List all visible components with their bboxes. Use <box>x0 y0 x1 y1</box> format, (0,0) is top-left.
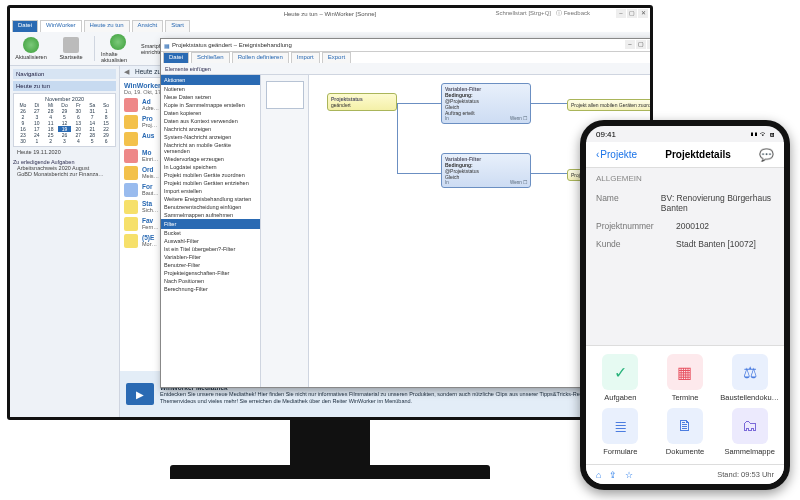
action-item[interactable]: System-Nachricht anzeigen <box>161 133 260 141</box>
nav-todo-header[interactable]: Heute zu tun <box>13 81 116 91</box>
tile-baustelle[interactable]: ⚖Baustellendoku… <box>719 354 780 402</box>
dialog-title: Projektstatus geändert – Ereignisbehandl… <box>172 42 292 48</box>
star-icon[interactable]: ☆ <box>625 470 633 480</box>
filter-item[interactable]: Benutzer-Filter <box>161 261 260 269</box>
action-item[interactable]: Import erstellen <box>161 187 260 195</box>
action-item[interactable]: Wiedervorlage erzeugen <box>161 155 260 163</box>
desktop-monitor: Heute zu tun – WinWorker [Sonne] Schnell… <box>0 0 660 480</box>
refresh-icon <box>110 34 126 50</box>
action-item[interactable]: Daten aus Kontext verwenden <box>161 117 260 125</box>
phone-bottom-bar: ⌂ ⇪ ☆ Stand: 09:53 Uhr <box>586 464 784 484</box>
action-item[interactable]: In Logdatei speichern <box>161 163 260 171</box>
dlg-tab-datei[interactable]: Datei <box>163 52 189 63</box>
phone-nav-bar: ‹Projekte Projektdetails 💬 <box>586 142 784 168</box>
filter-item[interactable]: Nach Positionen <box>161 277 260 285</box>
filter-node-1[interactable]: Variablen-Filter Bedingung: @Projektstat… <box>441 83 531 124</box>
ribbon-aktualisieren[interactable]: Aktualisieren <box>14 34 48 63</box>
dialog-titlebar: ▦ Projektstatus geändert – Ereignisbehan… <box>161 39 653 52</box>
dlg-tab-schliessen[interactable]: Schließen <box>191 52 230 63</box>
thumbnail-strip <box>261 75 309 387</box>
page-title: Projektdetails <box>665 149 731 160</box>
tab-datei[interactable]: Datei <box>12 20 38 32</box>
monitor-stand-base <box>170 465 490 479</box>
tile-sammelmappe[interactable]: 🗂Sammelmappe <box>719 408 780 456</box>
signal-icons: ▮▮ ᯤ ▣ <box>750 130 774 139</box>
action-node-assign[interactable]: Projekt allen mobilen Geräten zuordnen <box>567 99 653 111</box>
filter-item[interactable]: Ist ein Titel übergeben?-Filter <box>161 245 260 253</box>
dlg-tab-rollen[interactable]: Rollen definieren <box>232 52 289 63</box>
ribbon-inhalte[interactable]: Inhalte aktualisien <box>101 34 135 63</box>
chat-icon[interactable]: 💬 <box>759 148 774 162</box>
mini-calendar[interactable]: November 2020 MoDiMiDoFrSaSo 26272829303… <box>13 93 116 147</box>
item-icon <box>124 234 138 248</box>
detail-row-kunde: KundeStadt Banten [10072] <box>586 235 784 253</box>
item-icon <box>124 200 138 214</box>
tile-grid: ✓Aufgaben ▦Termine ⚖Baustellendoku… ≣For… <box>586 345 784 464</box>
action-item[interactable]: Nachricht anzeigen <box>161 125 260 133</box>
monitor-stand-neck <box>290 420 370 470</box>
dialog-minimize[interactable]: – <box>625 40 635 49</box>
action-item[interactable]: Projekt mobilen Geräte zuordnen <box>161 171 260 179</box>
tab-ansicht[interactable]: Ansicht <box>132 20 164 32</box>
action-item[interactable]: Neue Daten setzen <box>161 93 260 101</box>
tab-heute-zu-tun[interactable]: Heute zu tun <box>84 20 130 32</box>
section-header: ALLGEMEIN <box>586 168 784 189</box>
close-button[interactable]: ✕ <box>638 9 648 18</box>
filter-item[interactable]: Variablen-Filter <box>161 253 260 261</box>
minimize-button[interactable]: – <box>616 9 626 18</box>
home-icon[interactable]: ⌂ <box>596 470 601 480</box>
tab-winworker[interactable]: WinWorker <box>40 20 82 32</box>
phone-status-bar: 09:41 ▮▮ ᯤ ▣ <box>586 126 784 142</box>
filter-item[interactable]: Bucket <box>161 229 260 237</box>
dlg-tab-export[interactable]: Export <box>322 52 351 63</box>
filter-header: Filter <box>161 219 260 229</box>
tile-dokumente[interactable]: 🗎Dokumente <box>655 408 716 456</box>
form-icon: ≣ <box>602 408 638 444</box>
item-icon <box>124 115 138 129</box>
nav-today[interactable]: Heute 19.11.2020 <box>13 149 116 155</box>
filter-node-2[interactable]: Variablen-Filter Bedingung: @Projektstat… <box>441 153 531 188</box>
filter-item[interactable]: Projekteigenschaften-Filter <box>161 269 260 277</box>
nav-header: Navigation <box>13 69 116 79</box>
action-item[interactable]: Notieren <box>161 85 260 93</box>
window-title: Heute zu tun – WinWorker [Sonne] <box>284 11 377 17</box>
tile-termine[interactable]: ▦Termine <box>655 354 716 402</box>
action-item[interactable]: Daten kopieren <box>161 109 260 117</box>
refresh-icon <box>23 37 39 53</box>
actions-header: Aktionen <box>161 75 260 85</box>
action-item[interactable]: Benutzerentscheidung einfügen <box>161 203 260 211</box>
action-item[interactable]: Nachricht an mobile Geräte versenden <box>161 141 260 155</box>
start-node[interactable]: Projektstatus geändert <box>327 93 397 111</box>
nav-task[interactable]: GoBD Monatsbericht zur Finanza… <box>13 171 116 177</box>
tile-aufgaben[interactable]: ✓Aufgaben <box>590 354 651 402</box>
action-item[interactable]: Weitere Ereignisbehandlung starten <box>161 195 260 203</box>
ribbon-startseite[interactable]: Startseite <box>54 34 88 63</box>
maximize-button[interactable]: ▢ <box>627 9 637 18</box>
dlg-tab-import[interactable]: Import <box>291 52 320 63</box>
tab-start[interactable]: Start <box>165 20 190 32</box>
filter-item[interactable]: Auswahl-Filter <box>161 237 260 245</box>
phone-screen: 09:41 ▮▮ ᯤ ▣ ‹Projekte Projektdetails 💬 … <box>586 126 784 484</box>
video-icon: ▶ <box>126 383 154 405</box>
dialog-close[interactable]: ✕ <box>647 40 653 49</box>
item-icon <box>124 149 138 163</box>
action-item[interactable]: Kopie in Sammelmappe erstellen <box>161 101 260 109</box>
back-button[interactable]: ‹Projekte <box>596 149 637 160</box>
action-item[interactable]: Projekt mobilen Geräten entziehen <box>161 179 260 187</box>
filter-item[interactable]: Berechnung-Filter <box>161 285 260 293</box>
actions-panel: Aktionen NotierenNeue Daten setzenKopie … <box>161 75 261 387</box>
dialog-maximize[interactable]: ▢ <box>636 40 646 49</box>
tile-formulare[interactable]: ≣Formulare <box>590 408 651 456</box>
window-icon: ▦ <box>164 42 170 49</box>
scales-icon: ⚖ <box>732 354 768 390</box>
share-icon[interactable]: ⇪ <box>609 470 617 480</box>
chevron-left-icon: ‹ <box>596 149 599 160</box>
elements-insert-button[interactable]: Elemente einfügen <box>165 66 211 72</box>
page-thumbnail[interactable] <box>266 81 304 109</box>
action-item[interactable]: Sammelmappen aufnehmen <box>161 211 260 219</box>
item-icon <box>124 217 138 231</box>
navigation-pane: Navigation Heute zu tun November 2020 Mo… <box>10 66 120 417</box>
star-icon <box>63 37 79 53</box>
quickstart-search[interactable]: Schnellstart [Strg+Q] ⓘ Feedback <box>495 9 590 18</box>
check-icon: ✓ <box>602 354 638 390</box>
